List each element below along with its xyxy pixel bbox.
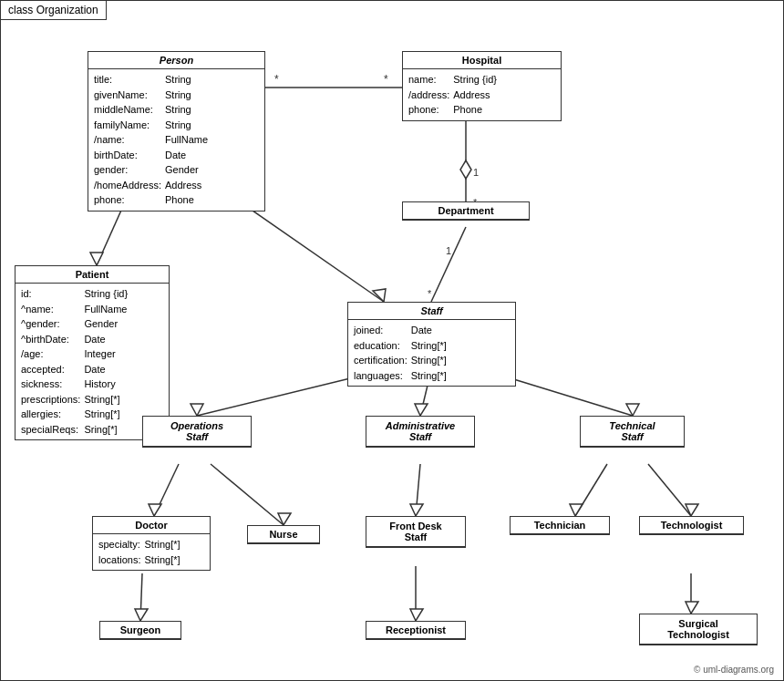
- svg-line-27: [416, 464, 420, 516]
- svg-line-31: [648, 464, 691, 516]
- technologist-header: Technologist: [640, 517, 743, 534]
- svg-line-29: [575, 464, 607, 516]
- administrative-staff-box: AdministrativeStaff: [366, 416, 475, 448]
- staff-header: Staff: [348, 303, 515, 320]
- department-header: Department: [403, 202, 529, 220]
- person-body: title:String givenName:String middleName…: [88, 69, 264, 211]
- staff-box: Staff joined:Date education:String[*] ce…: [347, 302, 516, 387]
- svg-line-33: [140, 573, 142, 621]
- person-box: Person title:String givenName:String mid…: [88, 51, 265, 212]
- diagram-container: class Organization * * 1 * 1 * * *: [0, 0, 784, 681]
- department-box: Department: [402, 201, 530, 221]
- svg-marker-28: [410, 504, 423, 516]
- svg-marker-32: [686, 504, 698, 516]
- person-header: Person: [88, 52, 264, 69]
- diagram-title: class Organization: [1, 1, 107, 20]
- svg-marker-22: [626, 404, 639, 416]
- svg-line-25: [211, 464, 284, 525]
- svg-marker-38: [686, 602, 698, 614]
- svg-marker-11: [90, 253, 103, 265]
- operations-staff-box: OperationsStaff: [142, 416, 252, 448]
- technician-box: Technician: [510, 516, 610, 535]
- operations-staff-header: OperationsStaff: [143, 417, 251, 447]
- receptionist-box: Receptionist: [366, 621, 466, 640]
- svg-marker-13: [373, 289, 386, 302]
- surgical-technologist-box: SurgicalTechnologist: [639, 614, 758, 645]
- svg-marker-4: [460, 160, 471, 179]
- technologist-box: Technologist: [639, 516, 744, 535]
- svg-marker-18: [191, 404, 203, 416]
- staff-body: joined:Date education:String[*] certific…: [348, 320, 515, 386]
- patient-header: Patient: [15, 266, 169, 284]
- nurse-header: Nurse: [248, 526, 319, 543]
- svg-text:*: *: [428, 288, 432, 299]
- front-desk-staff-box: Front DeskStaff: [366, 516, 466, 548]
- technician-header: Technician: [511, 517, 609, 534]
- svg-text:*: *: [384, 73, 388, 86]
- technical-staff-header: TechnicalStaff: [581, 417, 684, 447]
- svg-marker-20: [415, 404, 428, 416]
- svg-text:*: *: [274, 73, 279, 86]
- svg-text:1: 1: [473, 167, 479, 178]
- administrative-staff-header: AdministrativeStaff: [366, 417, 474, 447]
- nurse-box: Nurse: [247, 525, 320, 544]
- hospital-box: Hospital name:String {id} /address:Addre…: [402, 51, 562, 121]
- hospital-body: name:String {id} /address:Address phone:…: [403, 69, 561, 120]
- copyright: © uml-diagrams.org: [694, 665, 774, 675]
- surgical-technologist-header: SurgicalTechnologist: [640, 614, 757, 645]
- surgeon-header: Surgeon: [100, 622, 181, 639]
- svg-marker-30: [570, 504, 583, 516]
- svg-line-23: [154, 464, 179, 516]
- svg-marker-26: [278, 513, 291, 525]
- svg-line-7: [431, 227, 466, 302]
- svg-marker-34: [135, 609, 148, 621]
- doctor-body: specialty:String[*] locations:String[*]: [93, 534, 210, 570]
- svg-marker-24: [149, 504, 161, 516]
- hospital-header: Hospital: [403, 52, 561, 69]
- technical-staff-box: TechnicalStaff: [580, 416, 685, 448]
- receptionist-header: Receptionist: [366, 622, 465, 639]
- doctor-box: Doctor specialty:String[*] locations:Str…: [92, 516, 211, 571]
- svg-marker-36: [410, 609, 423, 621]
- svg-text:1: 1: [446, 245, 451, 256]
- patient-box: Patient id:String {id} ^name:FullName ^g…: [15, 265, 170, 440]
- doctor-header: Doctor: [93, 517, 210, 534]
- front-desk-staff-header: Front DeskStaff: [366, 517, 465, 547]
- surgeon-box: Surgeon: [99, 621, 181, 640]
